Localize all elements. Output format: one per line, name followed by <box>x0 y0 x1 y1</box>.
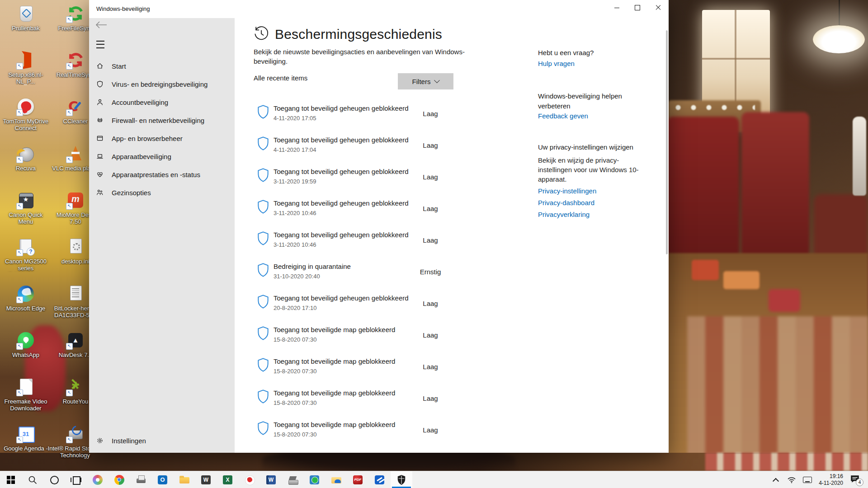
taskbar-search-button[interactable] <box>22 471 43 488</box>
taskbar-excel-button[interactable]: X <box>217 471 239 488</box>
severity-label: Laag <box>406 205 455 212</box>
desktop-icon-freemake[interactable]: ↖ Freemake Video Downloader <box>1 377 51 412</box>
notification-center-icon[interactable]: 4 <box>850 474 862 485</box>
scanner-icon <box>288 474 298 485</box>
shortcut-arrow-icon: ↖ <box>66 16 73 23</box>
severity-label: Ernstig <box>406 268 455 276</box>
sidebar-item-virusbeveiliging[interactable]: Virus- en bedreigingsbeveiliging <box>89 75 235 93</box>
scrollbar[interactable] <box>666 18 668 453</box>
minimize-button[interactable] <box>606 0 627 15</box>
scan-app-icon <box>374 474 385 485</box>
history-item[interactable]: Toegang tot beveiligd geheugen geblokkee… <box>254 136 489 164</box>
maximize-icon <box>635 5 640 10</box>
history-item[interactable]: Toegang tot beveiligd geheugen geblokkee… <box>254 294 489 323</box>
history-item[interactable]: Toegang tot beveiligd geheugen geblokkee… <box>254 230 489 259</box>
feedback-heading: Windows-beveiliging helpen verbeteren <box>538 91 646 111</box>
touch-keyboard-icon[interactable] <box>803 475 812 484</box>
taskbar-paint-button[interactable] <box>87 471 108 488</box>
sidebar-item-apparaatprestaties[interactable]: Apparaatprestaties en -status <box>89 165 235 183</box>
heart-pulse-icon <box>96 171 104 178</box>
desktop-icon-google-agenda[interactable]: ↖ Google Agenda - <box>1 424 51 452</box>
privacy-description: Bekijk en wijzig de privacy-instellingen… <box>538 155 641 184</box>
taskbar-task-view-button[interactable] <box>65 471 87 488</box>
privacyverklaring-link[interactable]: Privacyverklaring <box>538 211 651 218</box>
history-item[interactable]: Toegang tot beveiligde map geblokkeerd15… <box>254 325 489 354</box>
sidebar-item-start[interactable]: Start <box>89 57 235 75</box>
taskbar-onedrive-button[interactable] <box>326 471 347 488</box>
filters-button[interactable]: Filters <box>398 73 453 89</box>
canon-quick-menu-icon: ↖ <box>16 190 36 210</box>
shortcut-arrow-icon: ↖ <box>16 436 23 443</box>
history-item[interactable]: Toegang tot beveiligd geheugen geblokkee… <box>254 199 489 228</box>
desktop-icon-tomtom-mydrive[interactable]: ↖ TomTom MyDrive Connect <box>1 97 51 131</box>
taskbar-clock[interactable]: 19:16 4-11-2020 <box>819 473 843 487</box>
sidebar-item-apparaatbeveiliging[interactable]: Apparaatbeveiliging <box>89 147 235 165</box>
shield-icon <box>257 136 269 152</box>
navdesk-icon: ↖ <box>66 330 85 350</box>
taskbar-scan-button[interactable] <box>369 471 391 488</box>
severity-label: Laag <box>406 236 455 244</box>
sidebar-item-accountbeveiliging[interactable]: Accountbeveiliging <box>89 93 235 111</box>
scrollbar-thumb[interactable] <box>666 30 668 254</box>
vlc-icon: ↖ <box>66 144 85 164</box>
feedback-geven-link[interactable]: Feedback geven <box>538 112 651 120</box>
taskbar-fax-button[interactable] <box>130 471 152 488</box>
desktop-icon-microsoft-edge[interactable]: ↖ Microsoft Edge <box>1 284 51 312</box>
whatsapp-icon: ↖ <box>16 330 36 350</box>
excel-icon: X <box>222 474 233 485</box>
desktop-icon-prullenbak[interactable]: Prullenbak <box>1 4 51 32</box>
desktop-icon-canon-quick-menu[interactable]: ↖ Canon Quick Menu <box>1 190 51 225</box>
hulp-vragen-link[interactable]: Hulp vragen <box>538 60 651 67</box>
desktop-icon-canon-mg2500[interactable]: ↖ Canon MG2500 series Schermhan... <box>1 237 51 272</box>
taskbar-windows-security-button[interactable] <box>391 471 412 488</box>
back-button[interactable] <box>95 20 109 31</box>
window-titlebar[interactable]: Windows-beveiliging <box>89 0 669 18</box>
history-item[interactable]: Bedreiging in quarantaine31-10-2020 20:4… <box>254 262 489 291</box>
home-icon <box>96 62 104 70</box>
privacy-instellingen-link[interactable]: Privacy-instellingen <box>538 187 651 195</box>
taskbar-word-dark-button[interactable]: W <box>195 471 217 488</box>
wifi-icon[interactable] <box>787 475 796 484</box>
office-setup-icon: ↖ <box>16 50 36 70</box>
history-item[interactable]: Toegang tot beveiligd geheugen geblokkee… <box>254 104 489 133</box>
question-heading: Hebt u een vraag? <box>538 48 651 58</box>
taskbar-pdf-button[interactable]: PDF <box>347 471 369 488</box>
menu-button[interactable] <box>96 41 104 48</box>
history-item[interactable]: Toegang tot beveiligde map geblokkeerd15… <box>254 420 489 449</box>
onedrive-folder-icon <box>331 474 342 485</box>
canon-help-icon: ↖ <box>16 237 36 257</box>
taskbar-start-button[interactable] <box>0 471 22 488</box>
window-title: Windows-beveiliging <box>96 5 150 12</box>
shortcut-arrow-icon: ↖ <box>16 249 23 256</box>
history-item[interactable]: Toegang tot beveiligde map geblokkeerd15… <box>254 389 489 418</box>
taskbar-tomtom-button[interactable] <box>239 471 260 488</box>
clock-time: 19:16 <box>819 473 843 480</box>
taskbar-file-explorer-button[interactable] <box>174 471 195 488</box>
taskbar-scanner-button[interactable] <box>282 471 304 488</box>
shortcut-arrow-icon: ↖ <box>16 389 23 396</box>
shield-icon <box>257 231 269 247</box>
desktop-icon-office-setup[interactable]: ↖ Setup.x86.nl-NL_P... <box>1 50 51 85</box>
minimize-icon <box>614 8 619 8</box>
maximize-button[interactable] <box>627 0 648 15</box>
privacy-dashboard-link[interactable]: Privacy-dashboard <box>538 199 651 206</box>
sidebar-item-app-browser[interactable]: App- en browserbeheer <box>89 129 235 147</box>
sidebar-item-gezinsopties[interactable]: Gezinsopties <box>89 183 235 202</box>
taskbar-cortana-button[interactable] <box>43 471 65 488</box>
history-item[interactable]: Toegang tot beveiligde map geblokkeerd15… <box>254 357 489 386</box>
sidebar-item-firewall[interactable]: Firewall- en netwerkbeveiliging <box>89 111 235 129</box>
sidebar-item-instellingen[interactable]: Instellingen <box>89 432 235 450</box>
tray-chevron-up-icon[interactable] <box>771 475 780 484</box>
history-item[interactable]: Toegang tot beveiligd geheugen geblokkee… <box>254 167 489 196</box>
taskbar-whatsapp-button[interactable] <box>304 471 326 488</box>
taskbar-word-button[interactable]: W <box>260 471 282 488</box>
taskbar-outlook-button[interactable]: O <box>152 471 174 488</box>
taskbar-chrome-button[interactable] <box>108 471 130 488</box>
wallpaper-statue <box>853 117 866 196</box>
back-arrow-icon <box>95 20 107 29</box>
shield-icon <box>257 263 269 279</box>
shield-icon <box>257 200 269 216</box>
desktop-icon-recuva[interactable]: ↖ Recuva <box>1 144 51 172</box>
close-button[interactable] <box>648 0 669 15</box>
desktop-icon-whatsapp[interactable]: ↖ WhatsApp <box>1 330 51 358</box>
